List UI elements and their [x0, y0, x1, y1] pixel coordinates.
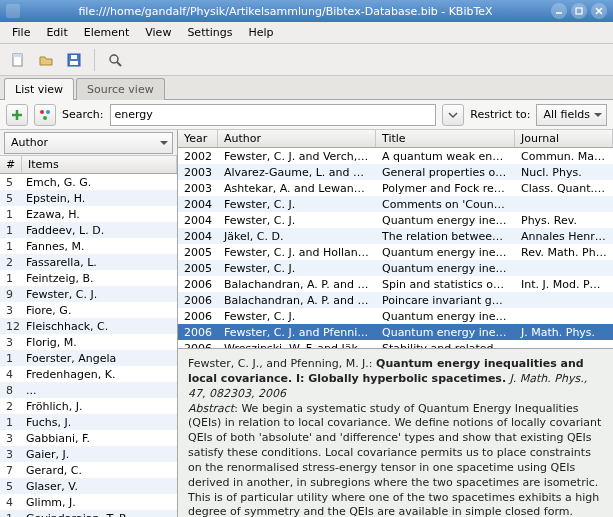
svg-rect-5	[13, 54, 22, 57]
menubar: File Edit Element View Settings Help	[0, 22, 613, 44]
left-list[interactable]: 5Emch, G. G.5Epstein, H.1Ezawa, H.1Fadde…	[0, 174, 177, 517]
titlebar: file:///home/gandalf/Physik/Artikelsamml…	[0, 0, 613, 22]
add-entry-button[interactable]	[6, 104, 28, 126]
open-doc-button[interactable]	[34, 48, 58, 72]
list-item[interactable]: 3Fiore, G.	[0, 302, 177, 318]
list-item[interactable]: 9Fewster, C. J.	[0, 286, 177, 302]
col-author[interactable]: Author	[218, 130, 376, 147]
toolbar-sep	[94, 49, 95, 71]
detail-pane: Fewster, C. J., and Pfenning, M. J.: Qua…	[178, 348, 613, 517]
app-icon	[6, 4, 20, 18]
svg-point-9	[110, 55, 118, 63]
maximize-button[interactable]	[571, 3, 587, 19]
col-num[interactable]: #	[0, 156, 22, 173]
menu-view[interactable]: View	[137, 23, 179, 42]
menu-file[interactable]: File	[4, 23, 38, 42]
svg-rect-7	[70, 61, 78, 65]
list-item[interactable]: 5Emch, G. G.	[0, 174, 177, 190]
list-item[interactable]: 7Gerard, C.	[0, 462, 177, 478]
search-input[interactable]	[110, 104, 437, 126]
menu-help[interactable]: Help	[241, 23, 282, 42]
table-row[interactable]: 2006Fewster, C. J. and Pfenning, M. J.Qu…	[178, 324, 613, 340]
list-item[interactable]: 4Glimm, J.	[0, 494, 177, 510]
restrict-value: All fields	[543, 108, 590, 121]
search-toolbar-button[interactable]	[103, 48, 127, 72]
restrict-label: Restrict to:	[470, 108, 530, 121]
right-list[interactable]: 2002Fewster, C. J. and Verch, R.A quantu…	[178, 148, 613, 348]
list-item[interactable]: 3Gabbiani, F.	[0, 430, 177, 446]
svg-point-14	[46, 110, 50, 114]
new-doc-button[interactable]	[6, 48, 30, 72]
tab-list-view[interactable]: List view	[4, 78, 74, 100]
list-item[interactable]: 12Fleischhack, C.	[0, 318, 177, 334]
svg-line-10	[117, 62, 121, 66]
list-item[interactable]: 1Foerster, Angela	[0, 350, 177, 366]
table-row[interactable]: 2004Jäkel, C. D.The relation between KMS…	[178, 228, 613, 244]
menu-element[interactable]: Element	[76, 23, 138, 42]
col-journal[interactable]: Journal	[515, 130, 613, 147]
table-row[interactable]: 2003Alvarez-Gaume, L. and Vazquez-...Gen…	[178, 164, 613, 180]
list-item[interactable]: 1Feintzeig, B.	[0, 270, 177, 286]
col-title[interactable]: Title	[376, 130, 515, 147]
toolbar	[0, 44, 613, 76]
left-filter-row: Author	[0, 130, 177, 156]
search-row: Search: Restrict to: All fields	[0, 100, 613, 130]
left-filter-value: Author	[11, 136, 48, 149]
svg-point-13	[40, 110, 44, 114]
list-item[interactable]: 5Glaser, V.	[0, 478, 177, 494]
view-tabs: List view Source view	[0, 76, 613, 100]
table-row[interactable]: 2005Fewster, C. J. and Hollands, S.Quant…	[178, 244, 613, 260]
search-label: Search:	[62, 108, 104, 121]
svg-point-15	[43, 116, 47, 120]
window-title: file:///home/gandalf/Physik/Artikelsamml…	[24, 5, 547, 18]
table-row[interactable]: 2004Fewster, C. J.Comments on 'Counter e…	[178, 196, 613, 212]
search-dropdown-button[interactable]	[442, 104, 464, 126]
list-item[interactable]: 1Fuchs, J.	[0, 414, 177, 430]
tab-source-view[interactable]: Source view	[76, 78, 165, 100]
detail-abstract-label: Abstract	[188, 402, 234, 415]
detail-authors: Fewster, C. J., and Pfenning, M. J.:	[188, 357, 376, 370]
list-item[interactable]: 4Fredenhagen, K.	[0, 366, 177, 382]
list-item[interactable]: 2Fröhlich, J.	[0, 398, 177, 414]
save-doc-button[interactable]	[62, 48, 86, 72]
list-item[interactable]: 1Govindarajan, T. R.	[0, 510, 177, 517]
left-pane: Author # Items 5Emch, G. G.5Epstein, H.1…	[0, 130, 178, 517]
list-item[interactable]: 2Fassarella, L.	[0, 254, 177, 270]
table-row[interactable]: 2003Ashtekar, A. and Lewandowski, J....P…	[178, 180, 613, 196]
list-item[interactable]: 1Faddeev, L. D.	[0, 222, 177, 238]
svg-rect-1	[576, 8, 582, 14]
table-row[interactable]: 2005Fewster, C. J.Quantum energy inequal…	[178, 260, 613, 276]
table-row[interactable]: 2006Fewster, C. J.Quantum energy inequal…	[178, 308, 613, 324]
right-pane: Year Author Title Journal 2002Fewster, C…	[178, 130, 613, 517]
col-year[interactable]: Year	[178, 130, 218, 147]
table-row[interactable]: 2006Wreszinski, W. F. and Jäkel, C. D.St…	[178, 340, 613, 348]
left-header: # Items	[0, 156, 177, 174]
list-item[interactable]: 8...	[0, 382, 177, 398]
list-item[interactable]: 5Epstein, H.	[0, 190, 177, 206]
col-items[interactable]: Items	[22, 156, 177, 173]
left-filter-combo[interactable]: Author	[4, 132, 173, 154]
minimize-button[interactable]	[551, 3, 567, 19]
list-item[interactable]: 1Fannes, M.	[0, 238, 177, 254]
main-area: Author # Items 5Emch, G. G.5Epstein, H.1…	[0, 130, 613, 517]
svg-rect-8	[71, 55, 77, 59]
restrict-combo[interactable]: All fields	[536, 104, 607, 126]
table-row[interactable]: 2002Fewster, C. J. and Verch, R.A quantu…	[178, 148, 613, 164]
close-button[interactable]	[591, 3, 607, 19]
right-header: Year Author Title Journal	[178, 130, 613, 148]
menu-settings[interactable]: Settings	[179, 23, 240, 42]
table-row[interactable]: 2006Balachandran, A. P. and Pinzul, ...P…	[178, 292, 613, 308]
table-row[interactable]: 2006Balachandran, A. P. and Manga...Spin…	[178, 276, 613, 292]
filter-button[interactable]	[34, 104, 56, 126]
list-item[interactable]: 1Ezawa, H.	[0, 206, 177, 222]
detail-abstract: : We begin a systematic study of Quantum…	[188, 402, 601, 517]
list-item[interactable]: 3Gaier, J.	[0, 446, 177, 462]
table-row[interactable]: 2004Fewster, C. J.Quantum energy inequal…	[178, 212, 613, 228]
menu-edit[interactable]: Edit	[38, 23, 75, 42]
list-item[interactable]: 3Florig, M.	[0, 334, 177, 350]
